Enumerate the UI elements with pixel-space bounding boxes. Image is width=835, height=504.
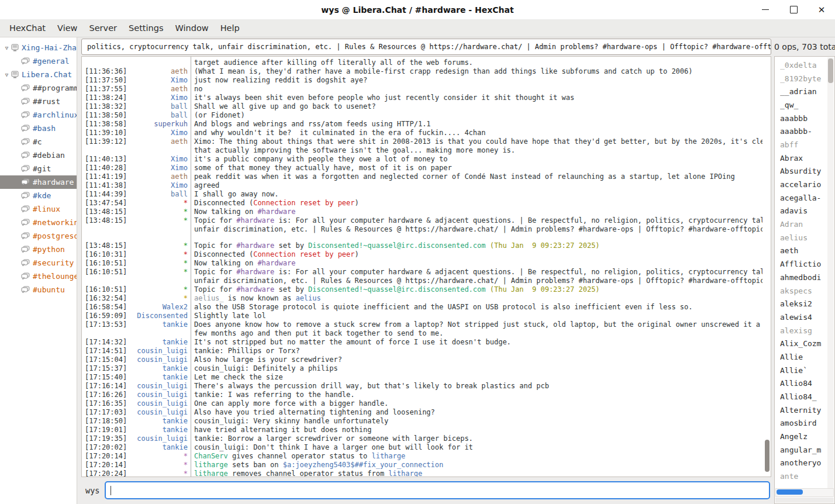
tree-item-python[interactable]: #python — [0, 243, 77, 256]
chat-line-continuation: target audience after killing off litera… — [85, 58, 762, 67]
minimize-button[interactable] — [761, 6, 770, 14]
maximize-button[interactable] — [789, 6, 798, 14]
nick: cousin_luigi — [129, 434, 188, 443]
message-text: few months ago and then put it back toge… — [194, 329, 762, 338]
userlist-item-angelz[interactable]: Angelz — [780, 430, 827, 443]
tree-item-rust[interactable]: ##rust — [0, 95, 77, 108]
userlist-scrollbar[interactable] — [827, 57, 834, 488]
menu-server[interactable]: Server — [83, 22, 123, 34]
tree-server-xing-hai-zhan[interactable]: ▽Xing-Hai-Zhan — [0, 41, 77, 54]
tree-server-libera-chat[interactable]: ▽Libera.Chat — [0, 68, 77, 81]
tree-item-kde[interactable]: #kde — [0, 189, 77, 202]
tree-item-hardware[interactable]: #hardware — [0, 175, 77, 189]
userlist-item-aeth[interactable]: aeth — [780, 244, 827, 258]
userlist-hscrollbar[interactable] — [775, 488, 834, 497]
userlist-item-alexisg[interactable]: alexisg — [780, 324, 827, 337]
chat-scrollbar-thumb[interactable] — [765, 440, 770, 471]
nick: aeth — [129, 172, 188, 181]
userlist-item-acegalla[interactable]: acegalla- — [780, 191, 827, 205]
timestamp: [17:16:35] — [85, 399, 129, 408]
chat-scrollbar[interactable] — [764, 58, 770, 475]
nick — [129, 225, 188, 234]
userlist-item-allie[interactable]: Allie — [780, 350, 827, 364]
userlist-item-adran[interactable]: Adran — [780, 218, 827, 231]
userlist-scrollbar-thumb[interactable] — [828, 58, 833, 83]
userlist-item-0xdelta[interactable]: _0xdelta — [780, 58, 827, 72]
userlist-item-qw[interactable]: _qw_ — [780, 98, 827, 112]
tree-item-c[interactable]: #c — [0, 135, 77, 149]
timestamp: [11:36:36] — [85, 67, 129, 76]
userlist-item-aelius[interactable]: aelius — [780, 231, 827, 244]
tree-item-networking[interactable]: #networking — [0, 216, 77, 229]
tree-item-debian[interactable]: #debian — [0, 149, 77, 162]
userlist-item-abrax[interactable]: Abrax — [780, 151, 827, 165]
topic-bar[interactable]: politics, cryptocurrency talk, unfair di… — [81, 39, 771, 55]
userlist-item-angular-m[interactable]: angular_m — [780, 443, 827, 457]
message-text: And blogs and webrings and rss/atom feed… — [194, 120, 762, 129]
userlist-hscrollbar-thumb[interactable] — [777, 489, 803, 495]
userlist-item-alix-cozm[interactable]: Alix_Cozm — [780, 337, 827, 350]
menu-hexchat[interactable]: HexChat — [4, 22, 51, 34]
nick: tankie — [129, 338, 188, 347]
message-segment: (Thu Jan 9 09:23:27 2025) — [486, 241, 600, 250]
message-segment: is: For all your computer hardware & adj… — [274, 216, 762, 225]
channel-icon — [21, 111, 30, 119]
userlist-item-absurdity[interactable]: Absurdity — [780, 165, 827, 178]
tree-item-linux[interactable]: #linux — [0, 202, 77, 216]
timestamp: [11:41:38] — [85, 181, 129, 190]
tree-item-programming[interactable]: ##programming — [0, 81, 77, 95]
userlist-hscrollbar-track2[interactable] — [775, 498, 834, 503]
userlist-item-ante[interactable]: ante — [780, 470, 827, 483]
userlist-item-alewis4[interactable]: alewis4 — [780, 310, 827, 324]
expander-icon[interactable]: ▽ — [2, 45, 11, 51]
userlist-item-aaabbb[interactable]: aaabbb — [780, 112, 827, 125]
message-segment: There's always the percussion drill way,… — [194, 382, 549, 390]
menu-view[interactable]: View — [51, 22, 83, 34]
userlist-item-afflictio[interactable]: Afflictio — [780, 257, 827, 271]
message-segment: #hardware — [257, 208, 295, 216]
userlist-item-abff[interactable]: abff — [780, 138, 827, 151]
window-controls: ✕ — [761, 0, 826, 19]
timestamp: [17:16:26] — [85, 391, 129, 399]
userlist-item-allio84[interactable]: Allio84_ — [780, 390, 827, 403]
userlist-item-adavis[interactable]: adavis — [780, 205, 827, 218]
menu-window[interactable]: Window — [170, 22, 215, 34]
userlist-item-8192byte[interactable]: _8192byte — [780, 72, 827, 85]
userlist-item-akspecs[interactable]: akspecs — [780, 284, 827, 298]
tree-item-ubuntu[interactable]: #ubuntu — [0, 283, 77, 296]
tree-item-label: #bash — [33, 124, 56, 133]
close-button[interactable]: ✕ — [817, 6, 826, 14]
userlist-item-amosbird[interactable]: amosbird — [780, 417, 827, 430]
message-text: that actually improving the software isn… — [194, 146, 762, 155]
tree-item-general[interactable]: #general — [0, 54, 77, 68]
userlist-item-allio84[interactable]: Allio84 — [780, 377, 827, 391]
menu-settings[interactable]: Settings — [123, 22, 169, 34]
tree-item-thelounge[interactable]: #thelounge — [0, 270, 77, 283]
userlist-item-alternity[interactable]: Alternity — [780, 403, 827, 417]
userlist-item-aaabbb[interactable]: aaabbb- — [780, 125, 827, 138]
channel-icon — [21, 125, 30, 132]
tree-item-postgresql[interactable]: #postgresql — [0, 229, 77, 243]
userlist-item-accelario[interactable]: accelario — [780, 178, 827, 191]
userlist-item-aleksi2[interactable]: aleksi2 — [780, 297, 827, 310]
message-segment: And blogs and webrings and rss/atom feed… — [194, 120, 431, 128]
chat-line: [11:41:19]aethpeak reddit was when it wa… — [85, 172, 762, 181]
timestamp: [11:40:28] — [85, 164, 129, 172]
expander-icon[interactable]: ▽ — [2, 72, 11, 78]
chat-line: [17:20:14]*ChanServ gives channel operat… — [85, 452, 762, 461]
tree-item-bash[interactable]: #bash — [0, 122, 77, 135]
chat-line: [16:10:51]*Topic for #hardware is: For a… — [85, 268, 762, 277]
message-segment: Ximo: The thing about things that were s… — [194, 137, 762, 146]
tree-item-security[interactable]: #security — [0, 256, 77, 270]
chat-message-area[interactable]: target audience after killing off litera… — [81, 56, 771, 477]
tree-item-archlinux[interactable]: #archlinux — [0, 108, 77, 122]
tree-item-git[interactable]: #git — [0, 162, 77, 175]
userlist-item-adrian[interactable]: __adrian — [780, 85, 827, 98]
userlist-item-ahmedbodi[interactable]: ahmedbodi — [780, 271, 827, 284]
message-input[interactable] — [105, 481, 770, 499]
message-text: aelius_ is now known as aelius — [194, 294, 762, 303]
userlist-item-anotheryo[interactable]: anotheryo — [780, 457, 827, 470]
chat-line: [11:37:50]Ximojust now realizing reddit … — [85, 76, 762, 85]
menu-help[interactable]: Help — [215, 22, 246, 34]
userlist-item-allie[interactable]: Allie` — [780, 364, 827, 377]
